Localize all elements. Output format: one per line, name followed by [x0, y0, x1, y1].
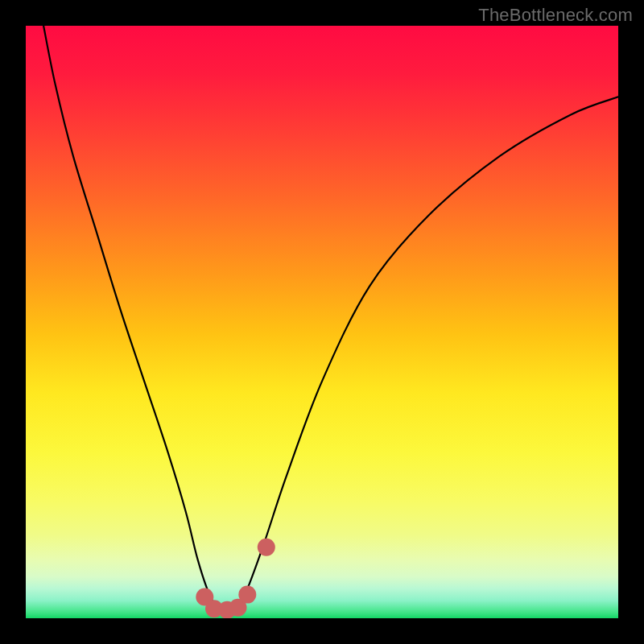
chart-plot-area [26, 26, 618, 618]
trough-point-5 [238, 586, 256, 604]
trough-point-6 [258, 539, 275, 556]
bottleneck-curve-path [43, 26, 618, 614]
trough-highlight-group [196, 539, 275, 618]
bottleneck-curve-svg [26, 26, 618, 618]
outer-frame: TheBottleneck.com [0, 0, 644, 644]
watermark-text: TheBottleneck.com [478, 5, 633, 26]
